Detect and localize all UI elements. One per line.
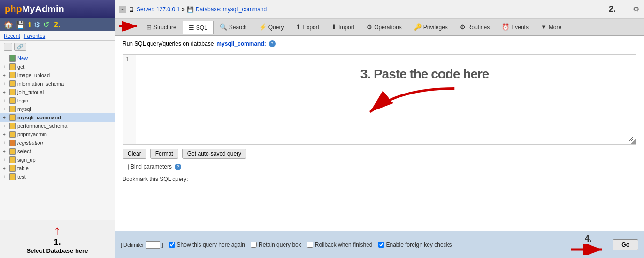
- line-numbers: 1: [123, 55, 136, 144]
- resize-handle[interactable]: [630, 139, 636, 144]
- tree-item[interactable]: New: [0, 54, 115, 63]
- tab-search[interactable]: 🔍Search: [214, 20, 253, 33]
- delimiter-input[interactable]: [146, 241, 160, 249]
- tab-query[interactable]: ⚡Query: [253, 20, 290, 33]
- logo-php: php: [5, 4, 22, 14]
- expand-icon[interactable]: +: [3, 73, 8, 78]
- bookmark-input[interactable]: [192, 175, 267, 183]
- main-content: − 🖥 Server: 127.0.0.1 » 💾 Database: mysq…: [115, 0, 644, 258]
- db-icon[interactable]: 💾: [16, 20, 25, 29]
- routines-tab-label: Routines: [468, 24, 490, 31]
- db-type-icon: [9, 123, 16, 129]
- tab-export[interactable]: ⬆Export: [290, 20, 325, 33]
- tree-item-label: join_tutorial: [17, 89, 44, 95]
- db-type-icon: [9, 114, 16, 121]
- expand-icon[interactable]: +: [3, 115, 8, 120]
- tree-item-label: select: [17, 149, 31, 154]
- go-button[interactable]: Go: [613, 239, 638, 250]
- link-btn[interactable]: 🔗: [14, 43, 26, 51]
- window-minimize-btn[interactable]: −: [119, 6, 126, 13]
- expand-icon[interactable]: +: [3, 174, 8, 180]
- version-label: 2.: [54, 21, 60, 29]
- db-type-icon: [9, 55, 16, 62]
- expand-icon[interactable]: +: [3, 124, 8, 129]
- recent-link[interactable]: Recent: [4, 33, 20, 39]
- tree-item[interactable]: +test: [0, 172, 115, 181]
- foreign-key-label[interactable]: Enable foreign key checks: [378, 242, 452, 248]
- rollback-checkbox[interactable]: [307, 242, 313, 248]
- tree-item[interactable]: +select: [0, 147, 115, 156]
- auto-save-button[interactable]: Get auto-saved query: [182, 149, 246, 159]
- tab-structure[interactable]: ⊞Structure: [140, 20, 183, 33]
- tree-item-label: image_upload: [17, 72, 50, 78]
- home-icon[interactable]: 🏠: [4, 20, 13, 29]
- tree-item-label: registration: [17, 140, 43, 146]
- events-tab-label: Events: [511, 24, 529, 31]
- gear-icon[interactable]: ⚙: [633, 5, 639, 14]
- query-tab-label: Query: [268, 24, 284, 31]
- expand-icon[interactable]: +: [3, 166, 8, 171]
- sql-tab-label: SQL: [196, 24, 207, 31]
- retain-query-checkbox[interactable]: [251, 242, 257, 248]
- sql-textarea-area[interactable]: 3. Paste the code here: [136, 55, 636, 144]
- show-query-label[interactable]: Show this query here again: [169, 242, 245, 248]
- retain-query-label[interactable]: Retain query box: [251, 242, 301, 248]
- settings-icon[interactable]: ⚙: [34, 20, 40, 29]
- bind-params-help[interactable]: ?: [175, 164, 181, 170]
- collapse-all-btn[interactable]: −: [4, 43, 12, 51]
- expand-icon[interactable]: +: [3, 64, 8, 70]
- tree-item[interactable]: +mysql: [0, 105, 115, 113]
- breadcrumb-database[interactable]: Database: mysqli_command: [196, 6, 267, 13]
- expand-icon[interactable]: +: [3, 149, 8, 154]
- expand-icon[interactable]: +: [3, 157, 8, 163]
- expand-icon[interactable]: +: [3, 81, 8, 86]
- foreign-key-checkbox[interactable]: [378, 242, 384, 248]
- show-query-checkbox[interactable]: [169, 242, 175, 248]
- sql-editor-container: 1 3. Paste the code here: [123, 54, 636, 145]
- tree-item[interactable]: +get: [0, 63, 115, 71]
- tree-item-label: performance_schema: [17, 123, 67, 129]
- info-icon[interactable]: ℹ: [28, 20, 31, 29]
- tab-privileges[interactable]: 🔑Privileges: [408, 20, 454, 33]
- bind-params-checkbox[interactable]: [123, 164, 129, 170]
- tree-item[interactable]: +sign_up: [0, 156, 115, 164]
- operations-tab-icon: ⚙: [367, 23, 372, 31]
- tab-operations[interactable]: ⚙Operations: [360, 20, 408, 33]
- tree-item[interactable]: +join_tutorial: [0, 88, 115, 96]
- tree-item[interactable]: +login: [0, 96, 115, 105]
- step1-number: 1.: [4, 237, 111, 247]
- sql-header-db: mysqli_command:: [216, 40, 266, 47]
- tab-import[interactable]: ⬇Import: [325, 20, 360, 33]
- expand-icon[interactable]: +: [3, 132, 8, 137]
- bind-params-label[interactable]: Bind parameters: [123, 164, 172, 170]
- top-bar-right: 2. ⚙: [609, 4, 644, 14]
- expand-icon[interactable]: +: [3, 98, 8, 103]
- tree-item[interactable]: +table: [0, 164, 115, 172]
- clear-button[interactable]: Clear: [123, 149, 146, 159]
- rollback-label[interactable]: Rollback when finished: [307, 242, 373, 248]
- tab-routines[interactable]: ⚙Routines: [454, 20, 496, 33]
- delimiter-bracket: ]: [162, 242, 163, 248]
- tree-item[interactable]: +registration: [0, 139, 115, 147]
- expand-icon[interactable]: +: [3, 90, 8, 95]
- db-type-icon: [9, 89, 16, 95]
- expand-icon[interactable]: +: [3, 141, 8, 146]
- refresh-icon[interactable]: ↺: [43, 20, 49, 29]
- arrow-up-icon: ↑: [4, 224, 111, 237]
- bottom-bar: [ Delimiter ] Show this query here again…: [115, 231, 644, 258]
- select-db-label: Select Database here: [4, 247, 111, 254]
- tab-events[interactable]: ⏰Events: [496, 20, 535, 33]
- tree-item[interactable]: +performance_schema: [0, 122, 115, 130]
- tree-item[interactable]: +image_upload: [0, 71, 115, 79]
- format-button[interactable]: Format: [150, 149, 178, 159]
- paste-hint: 3. Paste the code here: [360, 67, 489, 121]
- help-icon[interactable]: ?: [269, 40, 276, 47]
- tree-item[interactable]: +information_schema: [0, 79, 115, 88]
- tree-item[interactable]: +phpmyadmin: [0, 130, 115, 139]
- tab-more[interactable]: ▼More: [535, 20, 567, 33]
- breadcrumb-server[interactable]: Server: 127.0.0.1: [137, 6, 180, 13]
- tab-sql[interactable]: ☰SQL: [183, 21, 214, 34]
- expand-icon[interactable]: +: [3, 107, 8, 112]
- favorites-link[interactable]: Favorites: [24, 33, 45, 39]
- tree-item[interactable]: +mysqli_command: [0, 113, 115, 122]
